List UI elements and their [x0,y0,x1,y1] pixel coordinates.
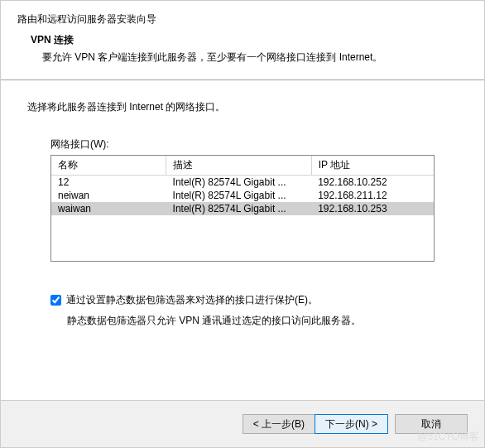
protect-checkbox-row[interactable]: 通过设置静态数据包筛选器来对选择的接口进行保护(E)。 [50,293,435,307]
dialog-header: 路由和远程访问服务器安装向导 VPN 连接 要允许 VPN 客户端连接到此服务器… [1,1,484,73]
table-header-row: 名称 描述 IP 地址 [51,156,434,176]
cell-ip: 192.168.211.12 [311,189,434,202]
table-row[interactable]: 12 Intel(R) 82574L Gigabit ... 192.168.1… [51,176,434,190]
table-row[interactable]: neiwan Intel(R) 82574L Gigabit ... 192.1… [51,189,434,202]
col-desc[interactable]: 描述 [166,156,312,176]
protect-checkbox-label: 通过设置静态数据包筛选器来对选择的接口进行保护(E)。 [66,293,318,307]
cell-desc: Intel(R) 82574L Gigabit ... [166,202,312,215]
section-title: VPN 连接 [31,33,468,47]
back-button[interactable]: < 上一步(B) [242,414,315,434]
table-label: 网络接口(W): [27,137,458,152]
table-row[interactable]: waiwan Intel(R) 82574L Gigabit ... 192.1… [51,202,434,215]
next-button[interactable]: 下一步(N) > [315,414,388,434]
cell-ip: 192.168.10.252 [311,176,434,190]
table-blank [51,215,434,261]
col-name[interactable]: 名称 [51,156,166,176]
wizard-title: 路由和远程访问服务器安装向导 [17,12,468,26]
dialog-footer: < 上一步(B) 下一步(N) > 取消 [1,400,484,447]
cancel-button[interactable]: 取消 [395,414,468,434]
cell-desc: Intel(R) 82574L Gigabit ... [166,176,312,190]
checkbox-section: 通过设置静态数据包筛选器来对选择的接口进行保护(E)。 静态数据包筛选器只允许 … [50,293,435,328]
subtitle-block: VPN 连接 要允许 VPN 客户端连接到此服务器，至少要有一个网络接口连接到 … [17,33,468,65]
wizard-dialog: 路由和远程访问服务器安装向导 VPN 连接 要允许 VPN 客户端连接到此服务器… [0,0,485,448]
protect-checkbox-desc: 静态数据包筛选器只允许 VPN 通讯通过选定的接口访问此服务器。 [50,314,435,328]
nav-button-group: < 上一步(B) 下一步(N) > [242,414,388,434]
cell-ip: 192.168.10.253 [311,202,434,215]
dialog-content: 选择将此服务器连接到 Internet 的网络接口。 网络接口(W): 名称 描… [1,80,484,328]
protect-checkbox[interactable] [50,295,61,306]
cell-name: waiwan [51,202,166,215]
instruction-text: 选择将此服务器连接到 Internet 的网络接口。 [27,100,458,114]
interface-table[interactable]: 名称 描述 IP 地址 12 Intel(R) 82574L Gigabit .… [50,155,435,262]
cell-desc: Intel(R) 82574L Gigabit ... [166,189,312,202]
section-description: 要允许 VPN 客户端连接到此服务器，至少要有一个网络接口连接到 Interne… [31,51,468,65]
col-ip[interactable]: IP 地址 [311,156,434,176]
cell-name: neiwan [51,189,166,202]
cell-name: 12 [51,176,166,190]
